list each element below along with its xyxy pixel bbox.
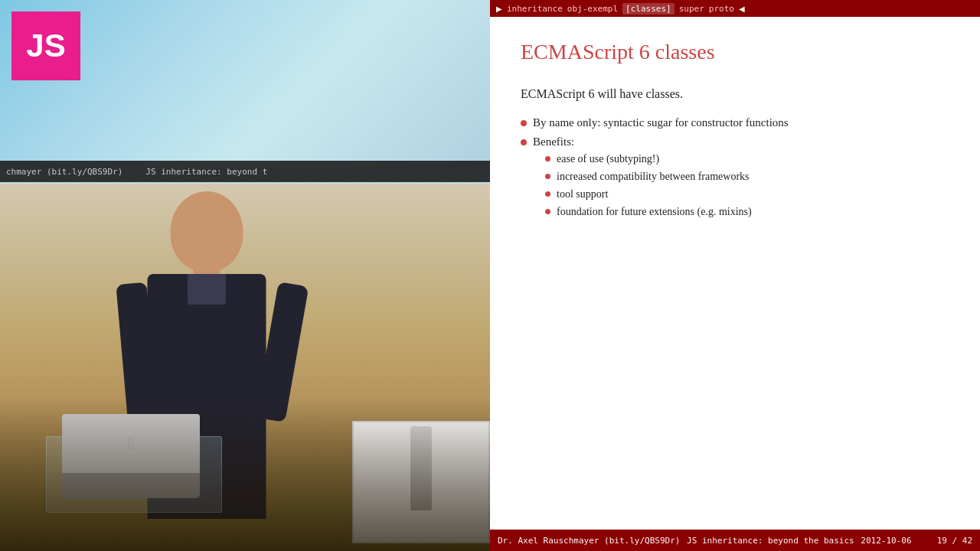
nav-item-inheritance[interactable]: inheritance <box>507 4 563 14</box>
sub-bullet-dot-2 <box>545 174 550 179</box>
sub-bullet-text-3: tool support <box>557 188 608 201</box>
slide-panel: ▶ inheritance obj-exempl [classes] super… <box>490 0 980 551</box>
nav-play-icon[interactable]: ▶ <box>496 5 502 13</box>
screen-bottom-bar: chmayer (bit.ly/QBS9Dr) JS inheritance: … <box>0 161 490 182</box>
sub-bullet-text-2: increased compatibility between framewor… <box>557 171 750 183</box>
footer-date: 2012-10-06 <box>861 536 911 546</box>
footer-page-info: 2012-10-06 19 / 42 <box>861 536 972 546</box>
speaker-area:  <box>0 184 490 551</box>
slide-navigation: ▶ inheritance obj-exempl [classes] super… <box>490 0 980 17</box>
video-vignette <box>0 398 490 551</box>
slide-intro: ECMAScript 6 will have classes. <box>521 87 949 101</box>
bullet-text-1: By name only: syntactic sugar for constr… <box>533 116 789 129</box>
footer-pages: 19 / 42 <box>937 536 972 546</box>
sub-bullet-dot-3 <box>545 191 550 197</box>
bullet-2-container: Benefits: ease of use (subtyping!) incre… <box>533 135 752 223</box>
nav-item-super[interactable]: super <box>679 4 704 14</box>
bullet-list: By name only: syntactic sugar for constr… <box>521 116 949 223</box>
slide-title: ECMAScript 6 classes <box>521 40 949 64</box>
screen-right-text: JS inheritance: beyond t <box>145 167 267 177</box>
sub-bullet-item-1: ease of use (subtyping!) <box>545 153 752 165</box>
footer-talk-title: JS inheritance: beyond the basics <box>687 536 854 546</box>
bullet-text-2: Benefits: <box>533 135 574 148</box>
bullet-item-2: Benefits: ease of use (subtyping!) incre… <box>521 135 949 223</box>
sub-bullet-list: ease of use (subtyping!) increased compa… <box>545 153 752 218</box>
sub-bullet-dot-4 <box>545 209 550 214</box>
speaker-head <box>171 191 243 272</box>
slide-footer: Dr. Axel Rauschmayer (bit.ly/QBS9Dr) JS … <box>490 530 980 551</box>
bullet-item-1: By name only: syntactic sugar for constr… <box>521 116 949 129</box>
sub-bullet-dot-1 <box>545 156 550 161</box>
video-panel: JS chmayer (bit.ly/QBS9Dr) JS inheritanc… <box>0 0 490 551</box>
sub-bullet-item-3: tool support <box>545 188 752 201</box>
sub-bullet-item-4: foundation for future extensions (e.g. m… <box>545 206 752 218</box>
bullet-dot-2 <box>521 139 527 145</box>
nav-item-obj-exempl[interactable]: obj-exempl <box>567 4 618 14</box>
stage-screen: JS <box>0 0 490 168</box>
nav-item-proto[interactable]: proto <box>709 4 734 14</box>
sub-bullet-text-1: ease of use (subtyping!) <box>557 153 659 165</box>
bullet-dot-1 <box>521 120 527 126</box>
nav-back-icon[interactable]: ◀ <box>739 5 745 13</box>
speaker-collar <box>188 274 226 305</box>
sub-bullet-text-4: foundation for future extensions (e.g. m… <box>557 206 752 218</box>
sub-bullet-item-2: increased compatibility between framewor… <box>545 171 752 183</box>
footer-author: Dr. Axel Rauschmayer (bit.ly/QBS9Dr) <box>498 536 680 546</box>
slide-content: ECMAScript 6 classes ECMAScript 6 will h… <box>490 17 980 530</box>
screen-left-text: chmayer (bit.ly/QBS9Dr) <box>6 167 122 177</box>
js-logo: JS <box>11 11 80 80</box>
nav-item-classes[interactable]: [classes] <box>622 3 675 15</box>
